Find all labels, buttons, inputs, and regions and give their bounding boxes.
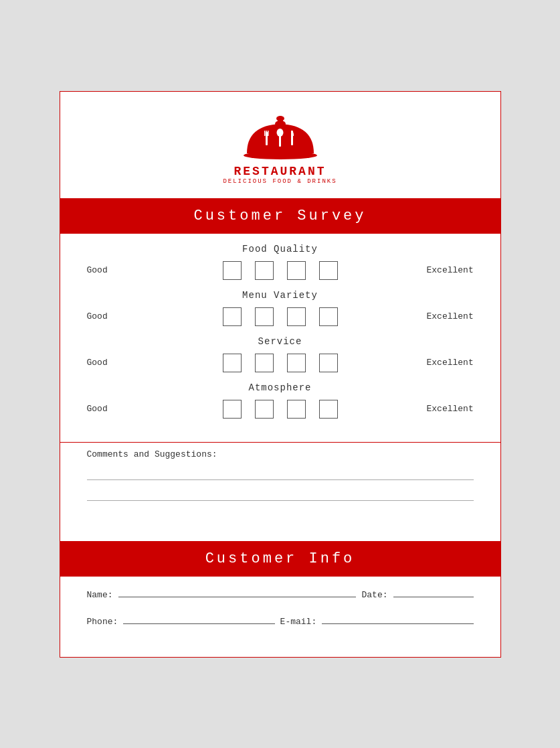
logo-section: RESTAURANT DELICIOUS FOOD & DRINKS <box>60 92 500 198</box>
atmosphere-right: Excellent <box>427 404 474 414</box>
comments-section: Comments and Suggestions: <box>60 443 500 541</box>
checkbox[interactable] <box>319 261 338 280</box>
phone-email-row: Phone: E-mail: <box>87 613 474 627</box>
checkbox[interactable] <box>287 354 306 372</box>
checkbox[interactable] <box>287 307 306 326</box>
svg-point-10 <box>276 129 283 137</box>
checkbox[interactable] <box>319 400 338 419</box>
menu-variety-left: Good <box>87 311 134 321</box>
checkbox[interactable] <box>287 400 306 419</box>
phone-label: Phone: <box>87 617 118 627</box>
checkbox[interactable] <box>255 354 274 372</box>
svg-rect-6 <box>266 131 267 136</box>
atmosphere-checkboxes <box>134 400 427 419</box>
service-right: Excellent <box>427 358 474 368</box>
svg-point-3 <box>276 116 284 121</box>
name-field[interactable] <box>118 587 357 597</box>
phone-field[interactable] <box>123 613 274 624</box>
comment-line-1 <box>87 479 474 480</box>
food-quality-checkboxes <box>134 261 427 280</box>
info-section: Name: Date: Phone: E-mail: <box>60 577 500 657</box>
service-row: Good Excellent <box>87 354 474 372</box>
restaurant-tagline: DELICIOUS FOOD & DRINKS <box>223 178 337 185</box>
checkbox[interactable] <box>223 400 242 419</box>
service-left: Good <box>87 358 134 368</box>
atmosphere-label: Atmosphere <box>87 382 474 393</box>
atmosphere-row: Good Excellent <box>87 400 474 419</box>
date-label: Date: <box>361 590 387 600</box>
food-quality-right: Excellent <box>427 265 474 275</box>
info-banner: Customer Info <box>60 541 500 577</box>
checkbox[interactable] <box>255 400 274 419</box>
name-date-row: Name: Date: <box>87 587 474 600</box>
survey-form: RESTAURANT DELICIOUS FOOD & DRINKS Custo… <box>60 91 501 658</box>
restaurant-logo <box>240 112 320 162</box>
food-quality-row: Good Excellent <box>87 261 474 280</box>
food-quality-group: Food Quality Good Excellent <box>87 244 474 280</box>
menu-variety-group: Menu Variety Good Excellent <box>87 290 474 326</box>
checkbox[interactable] <box>287 261 306 280</box>
service-group: Service Good Excellent <box>87 336 474 372</box>
checkbox[interactable] <box>255 261 274 280</box>
svg-rect-7 <box>268 131 269 136</box>
menu-variety-label: Menu Variety <box>87 290 474 301</box>
atmosphere-left: Good <box>87 404 134 414</box>
survey-ratings: Food Quality Good Excellent Menu Variety… <box>60 234 500 443</box>
comment-line-2 <box>87 500 474 501</box>
checkbox[interactable] <box>319 354 338 372</box>
menu-variety-right: Excellent <box>427 311 474 321</box>
comments-label: Comments and Suggestions: <box>87 449 474 459</box>
food-quality-left: Good <box>87 265 134 275</box>
checkbox[interactable] <box>223 354 242 372</box>
service-label: Service <box>87 336 474 347</box>
survey-banner: Customer Survey <box>60 198 500 234</box>
svg-rect-5 <box>264 131 266 136</box>
atmosphere-group: Atmosphere Good Excellent <box>87 382 474 419</box>
checkbox[interactable] <box>223 307 242 326</box>
name-label: Name: <box>87 590 113 600</box>
food-quality-label: Food Quality <box>87 244 474 254</box>
restaurant-name: RESTAURANT <box>234 165 326 178</box>
email-label: E-mail: <box>280 617 317 627</box>
menu-variety-row: Good Excellent <box>87 307 474 326</box>
menu-variety-checkboxes <box>134 307 427 326</box>
checkbox[interactable] <box>255 307 274 326</box>
service-checkboxes <box>134 354 427 372</box>
checkbox[interactable] <box>223 261 242 280</box>
email-field[interactable] <box>322 613 473 624</box>
checkbox[interactable] <box>319 307 338 326</box>
date-field[interactable] <box>393 587 474 597</box>
